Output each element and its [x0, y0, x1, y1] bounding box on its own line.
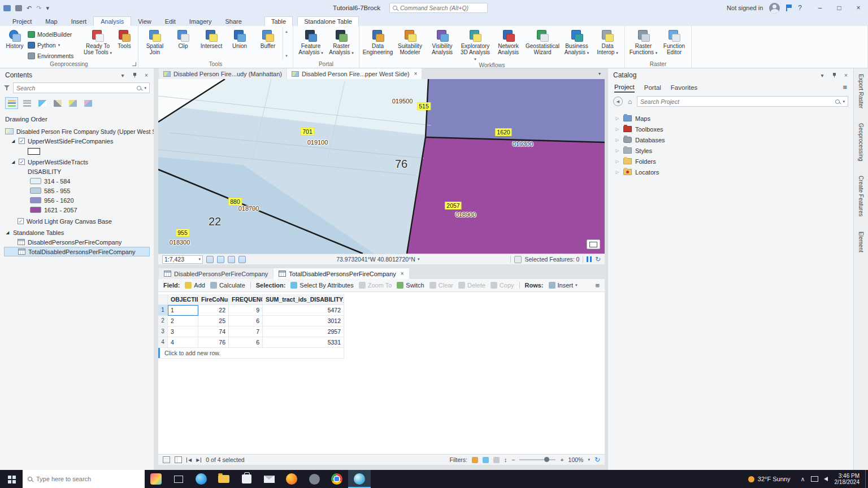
snapping-icon[interactable] — [217, 256, 224, 263]
zoom-slider[interactable] — [519, 459, 555, 460]
chrome-button[interactable] — [326, 470, 348, 488]
standalone-table-item[interactable]: DisabledPersonsPerFireCompany — [4, 237, 154, 247]
contents-search[interactable]: ▾ — [13, 82, 150, 93]
expand-open-icon[interactable]: ◢ — [5, 230, 10, 235]
pin-icon[interactable] — [131, 71, 138, 79]
command-search-input[interactable] — [400, 5, 484, 11]
clip-button[interactable]: Clip — [170, 28, 197, 60]
expand-closed-icon[interactable]: ▷ — [615, 169, 620, 175]
ready-to-use-tools-button[interactable]: Ready To Use Tools ▾ — [83, 28, 112, 60]
environments-button[interactable]: Environments — [28, 51, 82, 60]
list-by-source-button[interactable] — [20, 97, 33, 109]
project-icon[interactable] — [3, 5, 11, 11]
cell-objectid[interactable]: 2 — [168, 316, 198, 326]
arcgis-pro-taskbar-button[interactable] — [348, 470, 371, 488]
store-button[interactable] — [235, 470, 258, 488]
column-header-frequency[interactable]: FREQUENCY — [229, 294, 263, 305]
command-search[interactable] — [389, 3, 488, 13]
map-view-tab-upper-west-side[interactable]: Disabled Person Fire...pper West Side) × — [287, 68, 422, 79]
filter-icon[interactable] — [4, 85, 10, 91]
table-row[interactable]: 1 1 22 9 5472 — [158, 305, 344, 316]
close-icon[interactable]: × — [414, 71, 418, 77]
table-row[interactable]: 3 3 74 7 2957 — [158, 326, 344, 337]
network-analysis-button[interactable]: Network Analysis — [493, 28, 524, 62]
firefox-button[interactable] — [280, 470, 303, 488]
catalog-item-maps[interactable]: ▷ Maps — [611, 113, 850, 124]
raster-analysis-button[interactable]: Raster Analysis ▾ — [327, 28, 356, 60]
legend-class-3[interactable]: 956 - 1620 — [4, 195, 154, 205]
catalog-item-locators[interactable]: ▷ Locators — [611, 167, 850, 177]
calculate-button[interactable]: Calculate — [210, 282, 245, 289]
refresh-icon[interactable]: ↻ — [595, 255, 601, 263]
tab-table-contextual[interactable]: Table — [264, 16, 293, 26]
menu-icon[interactable]: ≡ — [843, 83, 847, 91]
coordinate-readout[interactable]: 73.9732041°W 40.8012720°N ▾ — [336, 256, 419, 263]
tab-project[interactable]: Project — [6, 17, 38, 26]
cell-fireconum[interactable]: 25 — [198, 316, 229, 326]
map-overview-button[interactable] — [587, 239, 600, 249]
checkbox-checked[interactable] — [19, 138, 25, 144]
catalog-item-folders[interactable]: ▷ Folders — [611, 156, 850, 167]
cell-sum[interactable]: 3012 — [263, 316, 344, 326]
customize-quick-access-icon[interactable]: ▾ — [46, 4, 49, 12]
row-number[interactable]: 1 — [158, 305, 168, 316]
expand-open-icon[interactable]: ◢ — [11, 159, 16, 164]
close-icon[interactable]: × — [142, 71, 150, 79]
list-by-selection-button[interactable] — [36, 97, 49, 109]
map-tree-item[interactable]: Disabled Person Fire Company Study (Uppe… — [4, 127, 154, 136]
tab-standalone-table-contextual[interactable]: Standalone Table — [297, 16, 359, 26]
zoom-percent[interactable]: 100% — [568, 456, 584, 463]
legend-class-1[interactable]: 314 - 584 — [4, 176, 154, 186]
signin-status[interactable]: Not signed in — [727, 5, 763, 11]
redo-icon[interactable]: ↷ — [36, 4, 41, 12]
chevron-down-icon[interactable]: ▾ — [144, 86, 146, 90]
expand-closed-icon[interactable]: ▷ — [615, 137, 620, 142]
minimize-button[interactable]: – — [810, 0, 830, 16]
pen-app-button[interactable] — [145, 470, 167, 488]
start-button[interactable] — [0, 470, 23, 488]
pause-drawing-icon[interactable] — [587, 256, 592, 262]
cell-sum[interactable]: 2957 — [263, 326, 344, 337]
list-by-drawing-order-button[interactable] — [5, 97, 18, 109]
edge-button[interactable] — [190, 470, 212, 488]
pin-icon[interactable] — [830, 71, 838, 79]
function-editor-button[interactable]: Function Editor — [660, 28, 688, 60]
map-view[interactable]: 019500 515 701 019100 1620 019300 76 880… — [158, 79, 605, 254]
legend-class-4[interactable]: 1621 - 2057 — [4, 205, 154, 215]
taskbar-clock[interactable]: 3:46 PM 2/18/2024 — [832, 470, 866, 488]
file-explorer-button[interactable] — [212, 470, 235, 488]
data-interop-button[interactable]: Data Interop ▾ — [593, 28, 622, 62]
tab-analysis[interactable]: Analysis — [93, 16, 131, 26]
fire-companies-symbol-row[interactable] — [4, 146, 154, 157]
expand-closed-icon[interactable]: ▷ — [615, 116, 620, 121]
expand-closed-icon[interactable]: ▷ — [615, 127, 620, 132]
help-icon[interactable]: ? — [798, 4, 802, 12]
tab-insert[interactable]: Insert — [64, 17, 94, 26]
catalog-search[interactable]: ▾ — [637, 96, 848, 107]
cell-fireconum[interactable]: 76 — [198, 337, 229, 348]
buffer-button[interactable]: Buffer — [254, 28, 281, 60]
switch-selection-button[interactable]: Switch — [397, 282, 424, 289]
insert-row-button[interactable]: Insert ▾ — [549, 282, 578, 289]
catalog-tab-project[interactable]: Project — [614, 82, 635, 93]
cell-objectid[interactable]: 1 — [168, 305, 198, 316]
tools-gallery-scrollbar[interactable]: ▴ ▾ — [283, 28, 290, 60]
scroll-up-icon[interactable]: ▴ — [285, 29, 288, 34]
close-icon[interactable]: × — [842, 71, 850, 79]
navigate-icon[interactable] — [238, 256, 246, 263]
visibility-analysis-button[interactable]: Visibility Analysis — [427, 28, 458, 62]
chevron-down-icon[interactable]: ▾ — [843, 99, 845, 104]
row-selector-header[interactable] — [158, 294, 168, 305]
cell-objectid[interactable]: 3 — [168, 326, 198, 337]
expand-open-icon[interactable]: ◢ — [11, 138, 16, 143]
union-button[interactable]: Union — [226, 28, 253, 60]
first-record-icon[interactable]: ◀ — [186, 457, 192, 463]
clear-selection-button[interactable]: Clear — [429, 282, 453, 289]
chevron-down-icon[interactable]: ▾ — [119, 71, 127, 79]
list-by-editing-button[interactable] — [51, 97, 64, 109]
catalog-search-input[interactable] — [640, 98, 832, 105]
add-field-button[interactable]: Add — [185, 282, 205, 289]
basemap-layer[interactable]: World Light Gray Canvas Base — [4, 216, 154, 226]
catalog-tab-favorites[interactable]: Favorites — [671, 82, 697, 93]
cell-objectid[interactable]: 4 — [168, 337, 198, 348]
